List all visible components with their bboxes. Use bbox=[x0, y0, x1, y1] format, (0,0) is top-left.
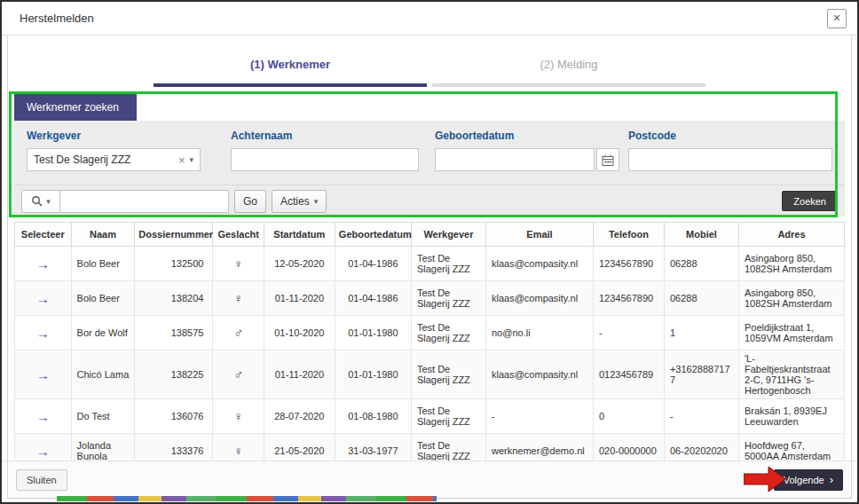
volgende-button[interactable]: Volgende › bbox=[774, 469, 843, 491]
telefoon-cell: 0123456789 bbox=[593, 350, 664, 399]
startdatum-cell: 01-10-2020 bbox=[264, 316, 335, 350]
select-row-cell[interactable]: → bbox=[15, 350, 72, 399]
select-row-arrow-icon[interactable]: → bbox=[36, 291, 50, 306]
modal-right-edge bbox=[851, 35, 852, 498]
werkgever-cell: Test De Slagerij ZZZ bbox=[411, 247, 485, 281]
achternaam-field: Achternaam bbox=[231, 130, 435, 185]
startdatum-cell: 01-11-2020 bbox=[264, 281, 335, 316]
sluiten-button[interactable]: Sluiten bbox=[16, 469, 67, 491]
mobiel-cell: 06288 bbox=[664, 281, 738, 316]
select-row-arrow-icon[interactable]: → bbox=[36, 444, 50, 459]
naam-cell: Chicó Lama bbox=[71, 350, 135, 399]
table-row: →Bor de Wolf138575♂01-10-202001-01-1980T… bbox=[15, 316, 845, 350]
calendar-icon bbox=[602, 154, 614, 166]
close-icon[interactable]: × bbox=[827, 9, 847, 28]
acties-label: Acties bbox=[280, 195, 310, 208]
postcode-label: Postcode bbox=[628, 130, 832, 142]
werkgever-field: Werkgever Test De Slagerij ZZZ × ▾ bbox=[27, 130, 231, 185]
select-row-cell[interactable]: → bbox=[15, 399, 72, 434]
select-row-arrow-icon[interactable]: → bbox=[36, 326, 50, 341]
dialog-footer: Sluiten Volgende › bbox=[2, 461, 857, 499]
herstelmelden-dialog: Herstelmelden × (1) Werknemer (2) Meldin… bbox=[0, 0, 859, 504]
telefoon-cell: 1234567890 bbox=[593, 281, 664, 316]
email-cell: no@no.li bbox=[486, 316, 594, 350]
report-search-input[interactable] bbox=[60, 190, 229, 213]
mobiel-cell: +31628887177 bbox=[664, 350, 738, 399]
geslacht-cell: ♂ bbox=[213, 316, 264, 350]
select-row-cell[interactable]: → bbox=[15, 281, 72, 316]
search-toolbar: ▾ Go Acties ▾ Zoeken bbox=[14, 185, 845, 217]
search-icon bbox=[31, 195, 43, 207]
werkgever-cell: Test De Slagerij ZZZ bbox=[411, 281, 485, 316]
calendar-picker-button[interactable] bbox=[596, 148, 619, 171]
tab-werknemer[interactable]: (1) Werknemer bbox=[154, 36, 427, 87]
chevron-down-icon: ▾ bbox=[189, 155, 193, 164]
startdatum-cell: 28-07-2020 bbox=[264, 399, 335, 434]
column-header-telefoon[interactable]: Telefoon bbox=[593, 223, 664, 247]
geboortedatum-cell: 01-01-1980 bbox=[335, 316, 411, 350]
column-header-naam[interactable]: Naam bbox=[71, 223, 135, 247]
table-row: →Bolo Beer132500♀12-05-202001-04-1986Tes… bbox=[15, 247, 845, 281]
tab-melding-label: (2) Melding bbox=[540, 58, 597, 71]
postcode-input[interactable] bbox=[628, 148, 832, 171]
naam-cell: Bolo Beer bbox=[71, 247, 135, 281]
search-fields-panel: Werkgever Test De Slagerij ZZZ × ▾ Achte… bbox=[14, 121, 845, 185]
page-background-strip bbox=[57, 496, 437, 501]
geslacht-cell: ♀ bbox=[213, 399, 264, 434]
chevron-down-icon: ▾ bbox=[46, 197, 51, 206]
table-body: →Bolo Beer132500♀12-05-202001-04-1986Tes… bbox=[15, 247, 845, 469]
column-header-email[interactable]: Email bbox=[486, 223, 594, 247]
column-header-geboortedatum[interactable]: Geboortedatum bbox=[335, 223, 411, 247]
zoeken-button[interactable]: Zoeken bbox=[782, 191, 838, 211]
naam-cell: Do Test bbox=[71, 399, 135, 434]
werknemer-zoeken-region-tab[interactable]: Werknemer zoeken bbox=[14, 94, 137, 121]
clear-selection-icon[interactable]: × bbox=[174, 154, 190, 167]
geboortedatum-cell: 01-04-1986 bbox=[335, 247, 411, 281]
geboortedatum-cell: 01-08-1980 bbox=[335, 399, 411, 434]
geboortedatum-cell: 01-01-1980 bbox=[335, 350, 411, 399]
werkgever-selected-value: Test De Slagerij ZZZ bbox=[34, 154, 130, 166]
select-row-arrow-icon[interactable]: → bbox=[36, 409, 50, 424]
adres-cell: Asingaborg 850, 1082SH Amsterdam bbox=[738, 247, 844, 281]
select-row-arrow-icon[interactable]: → bbox=[36, 367, 50, 382]
adres-cell: 'L-Fabeltjeskrantstraat 2-C, 9711HG 's-H… bbox=[738, 350, 844, 399]
adres-cell: Braksán 1, 8939EJ Leeuwarden bbox=[738, 399, 844, 434]
wizard-tabs: (1) Werknemer (2) Melding bbox=[2, 36, 857, 87]
results-table: SelecteerNaamDossiernummerGeslachtStartd… bbox=[14, 222, 845, 469]
select-row-arrow-icon[interactable]: → bbox=[36, 256, 50, 272]
werkgever-label: Werkgever bbox=[27, 130, 231, 142]
column-header-adres[interactable]: Adres bbox=[738, 223, 844, 247]
go-button[interactable]: Go bbox=[234, 190, 266, 213]
column-header-mobiel[interactable]: Mobiel bbox=[664, 223, 738, 247]
geboortedatum-input[interactable] bbox=[435, 148, 595, 171]
dossiernummer-cell: 138575 bbox=[135, 316, 213, 350]
dossiernummer-cell: 138204 bbox=[135, 281, 213, 316]
email-cell: klaas@compasity.nl bbox=[486, 247, 594, 281]
column-header-startdatum[interactable]: Startdatum bbox=[264, 223, 335, 247]
dialog-title: Herstelmelden bbox=[20, 12, 94, 25]
search-column-dropdown[interactable]: ▾ bbox=[21, 190, 60, 213]
achternaam-input[interactable] bbox=[231, 148, 419, 171]
werkgever-select[interactable]: Test De Slagerij ZZZ × ▾ bbox=[27, 148, 201, 171]
column-header-geslacht[interactable]: Geslacht bbox=[213, 223, 264, 247]
column-header-werkgever[interactable]: Werkgever bbox=[411, 223, 485, 247]
select-row-cell[interactable]: → bbox=[15, 247, 72, 281]
telefoon-cell: 0 bbox=[593, 399, 664, 434]
column-header-dossiernummer[interactable]: Dossiernummer bbox=[135, 223, 213, 247]
chevron-down-icon: ▾ bbox=[314, 197, 319, 206]
adres-cell: Asingaborg 850, 1082SH Amsterdam bbox=[738, 281, 844, 316]
acties-menu-button[interactable]: Acties ▾ bbox=[272, 190, 327, 213]
select-row-cell[interactable]: → bbox=[15, 316, 72, 350]
tab-melding[interactable]: (2) Melding bbox=[432, 36, 705, 87]
naam-cell: Bor de Wolf bbox=[71, 316, 135, 350]
email-cell: klaas@compasity.nl bbox=[486, 350, 594, 399]
geboortedatum-label: Geboortedatum bbox=[435, 130, 628, 142]
mobiel-cell: 1 bbox=[664, 316, 738, 350]
geslacht-cell: ♀ bbox=[213, 247, 264, 281]
dossiernummer-cell: 138225 bbox=[135, 350, 213, 399]
column-header-selecteer[interactable]: Selecteer bbox=[15, 223, 72, 247]
telefoon-cell: - bbox=[593, 316, 664, 350]
geboortedatum-field: Geboortedatum bbox=[435, 130, 628, 185]
dossiernummer-cell: 132500 bbox=[135, 247, 213, 281]
chevron-right-icon: › bbox=[830, 476, 833, 484]
